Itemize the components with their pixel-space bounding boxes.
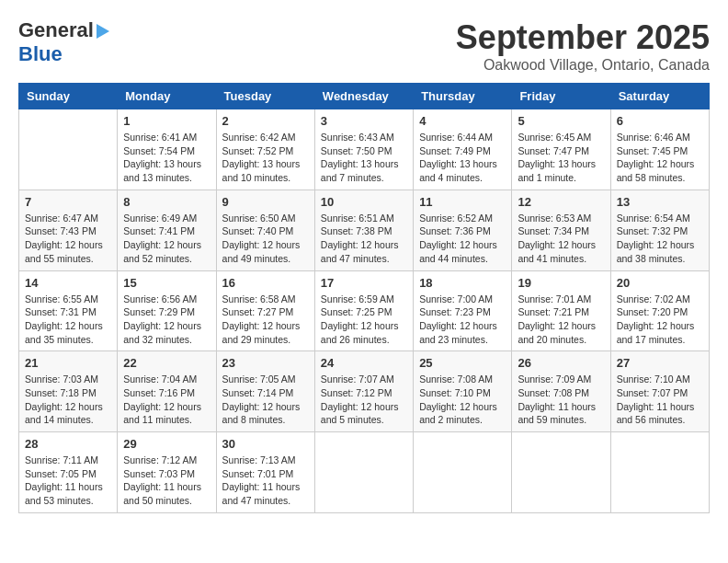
day-info: Sunrise: 7:01 AMSunset: 7:21 PMDaylight:…	[518, 293, 604, 347]
day-number: 22	[123, 356, 210, 370]
day-info: Sunrise: 7:04 AMSunset: 7:16 PMDaylight:…	[123, 373, 210, 427]
week-row-2: 7Sunrise: 6:47 AMSunset: 7:43 PMDaylight…	[19, 190, 710, 270]
calendar-cell: 20Sunrise: 7:02 AMSunset: 7:20 PMDayligh…	[610, 270, 709, 351]
calendar-cell: 18Sunrise: 7:00 AMSunset: 7:23 PMDayligh…	[414, 270, 512, 351]
day-number: 15	[123, 276, 210, 290]
col-saturday: Saturday	[610, 84, 709, 109]
calendar-cell: 16Sunrise: 6:58 AMSunset: 7:27 PMDayligh…	[216, 270, 314, 351]
day-number: 13	[617, 195, 703, 209]
day-number: 6	[617, 114, 703, 128]
day-info: Sunrise: 7:13 AMSunset: 7:01 PMDaylight:…	[222, 454, 309, 508]
day-info: Sunrise: 7:03 AMSunset: 7:18 PMDaylight:…	[25, 373, 111, 427]
calendar-cell: 19Sunrise: 7:01 AMSunset: 7:21 PMDayligh…	[512, 270, 610, 351]
calendar-cell: 12Sunrise: 6:53 AMSunset: 7:34 PMDayligh…	[512, 190, 610, 270]
day-number: 9	[222, 195, 309, 209]
location-subtitle: Oakwood Village, Ontario, Canada	[456, 57, 710, 74]
calendar-cell: 17Sunrise: 6:59 AMSunset: 7:25 PMDayligh…	[314, 270, 413, 351]
calendar-table: Sunday Monday Tuesday Wednesday Thursday…	[18, 83, 710, 513]
day-info: Sunrise: 6:56 AMSunset: 7:29 PMDaylight:…	[123, 293, 210, 347]
day-info: Sunrise: 6:41 AMSunset: 7:54 PMDaylight:…	[123, 131, 210, 185]
page-header: General Blue September 2025 Oakwood Vill…	[18, 18, 710, 74]
day-number: 21	[25, 356, 111, 370]
day-number: 4	[419, 114, 506, 128]
day-info: Sunrise: 6:46 AMSunset: 7:45 PMDaylight:…	[617, 131, 703, 185]
day-info: Sunrise: 7:08 AMSunset: 7:10 PMDaylight:…	[419, 373, 506, 427]
day-number: 11	[419, 195, 506, 209]
calendar-cell	[414, 432, 512, 513]
calendar-cell: 7Sunrise: 6:47 AMSunset: 7:43 PMDaylight…	[19, 190, 118, 270]
day-number: 8	[123, 195, 210, 209]
day-number: 19	[518, 276, 604, 290]
calendar-cell: 21Sunrise: 7:03 AMSunset: 7:18 PMDayligh…	[19, 351, 118, 432]
day-info: Sunrise: 6:59 AMSunset: 7:25 PMDaylight:…	[321, 293, 407, 347]
day-info: Sunrise: 7:07 AMSunset: 7:12 PMDaylight:…	[321, 373, 407, 427]
day-number: 20	[617, 276, 703, 290]
day-number: 2	[222, 114, 309, 128]
day-number: 3	[321, 114, 407, 128]
calendar-cell: 2Sunrise: 6:42 AMSunset: 7:52 PMDaylight…	[216, 109, 314, 190]
calendar-cell: 6Sunrise: 6:46 AMSunset: 7:45 PMDaylight…	[610, 109, 709, 190]
calendar-cell: 30Sunrise: 7:13 AMSunset: 7:01 PMDayligh…	[216, 432, 314, 513]
day-info: Sunrise: 6:45 AMSunset: 7:47 PMDaylight:…	[518, 131, 604, 185]
calendar-cell: 11Sunrise: 6:52 AMSunset: 7:36 PMDayligh…	[414, 190, 512, 270]
calendar-cell	[19, 109, 118, 190]
calendar-cell: 25Sunrise: 7:08 AMSunset: 7:10 PMDayligh…	[414, 351, 512, 432]
week-row-4: 21Sunrise: 7:03 AMSunset: 7:18 PMDayligh…	[19, 351, 710, 432]
day-info: Sunrise: 6:43 AMSunset: 7:50 PMDaylight:…	[321, 131, 407, 185]
calendar-cell: 14Sunrise: 6:55 AMSunset: 7:31 PMDayligh…	[19, 270, 118, 351]
day-number: 26	[518, 356, 604, 370]
calendar-cell: 1Sunrise: 6:41 AMSunset: 7:54 PMDaylight…	[118, 109, 216, 190]
day-info: Sunrise: 6:58 AMSunset: 7:27 PMDaylight:…	[222, 293, 309, 347]
week-row-3: 14Sunrise: 6:55 AMSunset: 7:31 PMDayligh…	[19, 270, 710, 351]
day-number: 18	[419, 276, 506, 290]
day-info: Sunrise: 7:05 AMSunset: 7:14 PMDaylight:…	[222, 373, 309, 427]
col-monday: Monday	[118, 84, 216, 109]
day-number: 7	[25, 195, 111, 209]
week-row-1: 1Sunrise: 6:41 AMSunset: 7:54 PMDaylight…	[19, 109, 710, 190]
calendar-cell: 29Sunrise: 7:12 AMSunset: 7:03 PMDayligh…	[118, 432, 216, 513]
logo: General Blue	[18, 18, 109, 66]
logo-text-blue: Blue	[18, 42, 63, 65]
calendar-cell: 24Sunrise: 7:07 AMSunset: 7:12 PMDayligh…	[314, 351, 413, 432]
day-number: 24	[321, 356, 407, 370]
month-title: September 2025	[456, 18, 710, 57]
calendar-cell: 26Sunrise: 7:09 AMSunset: 7:08 PMDayligh…	[512, 351, 610, 432]
day-info: Sunrise: 6:42 AMSunset: 7:52 PMDaylight:…	[222, 131, 309, 185]
calendar-header-row: Sunday Monday Tuesday Wednesday Thursday…	[19, 84, 710, 109]
calendar-cell: 8Sunrise: 6:49 AMSunset: 7:41 PMDaylight…	[118, 190, 216, 270]
calendar-cell: 3Sunrise: 6:43 AMSunset: 7:50 PMDaylight…	[314, 109, 413, 190]
day-number: 16	[222, 276, 309, 290]
day-info: Sunrise: 6:54 AMSunset: 7:32 PMDaylight:…	[617, 212, 703, 266]
day-number: 30	[222, 437, 309, 451]
day-number: 27	[617, 356, 703, 370]
calendar-cell	[314, 432, 413, 513]
day-number: 10	[321, 195, 407, 209]
calendar-cell: 27Sunrise: 7:10 AMSunset: 7:07 PMDayligh…	[610, 351, 709, 432]
day-number: 25	[419, 356, 506, 370]
day-info: Sunrise: 6:47 AMSunset: 7:43 PMDaylight:…	[25, 212, 111, 266]
day-info: Sunrise: 6:50 AMSunset: 7:40 PMDaylight:…	[222, 212, 309, 266]
col-tuesday: Tuesday	[216, 84, 314, 109]
day-number: 5	[518, 114, 604, 128]
day-info: Sunrise: 7:02 AMSunset: 7:20 PMDaylight:…	[617, 293, 703, 347]
day-number: 12	[518, 195, 604, 209]
calendar-cell: 5Sunrise: 6:45 AMSunset: 7:47 PMDaylight…	[512, 109, 610, 190]
calendar-cell	[610, 432, 709, 513]
day-info: Sunrise: 7:10 AMSunset: 7:07 PMDaylight:…	[617, 373, 703, 427]
calendar-cell: 23Sunrise: 7:05 AMSunset: 7:14 PMDayligh…	[216, 351, 314, 432]
day-number: 14	[25, 276, 111, 290]
calendar-cell: 28Sunrise: 7:11 AMSunset: 7:05 PMDayligh…	[19, 432, 118, 513]
day-info: Sunrise: 6:49 AMSunset: 7:41 PMDaylight:…	[123, 212, 210, 266]
logo-arrow-icon	[97, 24, 109, 39]
calendar-cell: 10Sunrise: 6:51 AMSunset: 7:38 PMDayligh…	[314, 190, 413, 270]
day-info: Sunrise: 6:44 AMSunset: 7:49 PMDaylight:…	[419, 131, 506, 185]
day-info: Sunrise: 7:12 AMSunset: 7:03 PMDaylight:…	[123, 454, 210, 508]
calendar-cell	[512, 432, 610, 513]
day-number: 17	[321, 276, 407, 290]
calendar-cell: 9Sunrise: 6:50 AMSunset: 7:40 PMDaylight…	[216, 190, 314, 270]
calendar-cell: 15Sunrise: 6:56 AMSunset: 7:29 PMDayligh…	[118, 270, 216, 351]
day-info: Sunrise: 7:00 AMSunset: 7:23 PMDaylight:…	[419, 293, 506, 347]
day-info: Sunrise: 6:55 AMSunset: 7:31 PMDaylight:…	[25, 293, 111, 347]
calendar-cell: 13Sunrise: 6:54 AMSunset: 7:32 PMDayligh…	[610, 190, 709, 270]
calendar-cell: 22Sunrise: 7:04 AMSunset: 7:16 PMDayligh…	[118, 351, 216, 432]
